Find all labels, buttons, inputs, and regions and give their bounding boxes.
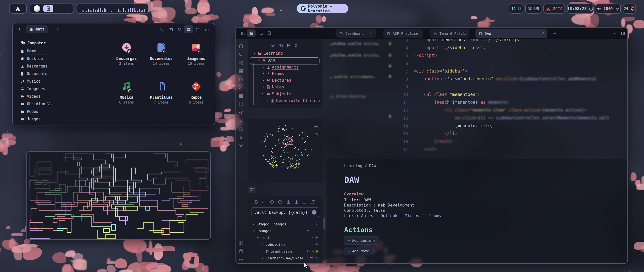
sidebar-resize-handle[interactable] [324,218,325,229]
git-upload-button[interactable] [285,199,291,205]
panel-left-icon-button[interactable] [239,29,247,37]
folder-item-imagenes[interactable]: Imagenes 10 items [180,41,213,65]
graph-gear-button[interactable] [313,123,319,129]
toolbar-folder-plus-button[interactable] [166,25,175,33]
tray-notifications[interactable]: 24 [623,4,636,14]
folder-item-descargas[interactable]: Descargas 2 items [110,41,143,65]
note-link-outlook[interactable]: Outlook [381,213,397,218]
explorer-sort-button[interactable] [285,42,291,48]
bookmark-icon-button[interactable] [266,29,273,37]
new-tab-button[interactable] [551,29,558,37]
explorer-item-lectures[interactable]: Lectures [262,78,291,83]
sidebar-item-imagenes[interactable]: Imagenes [20,87,45,91]
folder-item-musica[interactable]: Musica 6 items [110,80,143,104]
sidebar-item-desktop[interactable]: Desktop [20,56,43,61]
git-refresh-button[interactable] [310,199,316,205]
git-row-learning-daw-exams[interactable]: Learning/DAW/Exams [261,256,304,260]
explorer-folder-plus-button[interactable] [277,42,284,48]
ribbon-calendar-button[interactable] [238,76,244,82]
git-list-ul-button[interactable] [302,199,308,205]
tray-updates[interactable]: 11© [509,4,523,14]
sidebar-item-obsidianv[interactable]: Obsidian V… [20,102,52,106]
tray-weather[interactable]: 24°C [543,4,565,14]
tab-tema-6-pr-cticas-[interactable]: Tema 6 Prácticas -… [430,29,469,38]
note-button--add-note[interactable]: + Add Note [344,247,373,255]
ribbon-code-button[interactable] [238,110,244,116]
git-message-clear-button[interactable] [312,210,316,215]
sidebar-item-videos[interactable]: Videos [20,94,41,99]
explorer-item-daw[interactable]: DAW [257,58,275,63]
sidebar-item-descargas[interactable]: Descargas [20,64,47,69]
breadcrumb[interactable]: matt [26,25,48,33]
tab-list-chevron-button[interactable] [611,29,618,37]
note-title[interactable]: DAW [344,175,359,185]
git-row-root[interactable]: root [257,236,270,240]
git-row--obsidian[interactable]: .obsidian [261,243,285,247]
tray-keyboard-layout[interactable]: US [525,4,541,14]
note-button--add-lecture[interactable]: + Add Lecture [344,236,379,245]
ribbon-gear-button[interactable] [238,256,244,262]
git-panel-tab[interactable] [248,186,256,193]
search-icon-button[interactable] [258,29,265,37]
folder-item-juegos[interactable]: Juegos 8 items [215,41,215,65]
toolbar-dots-grid-button[interactable] [202,25,211,33]
note-link-aules[interactable]: Aules [361,213,373,218]
tab-daw[interactable]: DAW [475,29,547,38]
graph-view[interactable] [248,119,323,183]
toolbar-list-button[interactable] [193,25,202,33]
ribbon-home-button[interactable] [238,43,244,49]
document-app-icon[interactable] [43,5,53,12]
toolbar-terminal-button[interactable] [157,25,166,33]
note-breadcrumb[interactable]: Learning / DAW [344,164,376,168]
folder-item-documentos[interactable]: Documentos 14 items [145,41,178,65]
folder-item-repos[interactable]: Repos 6 items [180,80,213,104]
media-widget[interactable]: Polyphia - Neurotica [297,4,348,13]
folder-item-videos[interactable]: Videos 4 items [215,80,215,104]
sidebar-item-documentos[interactable]: Documentos [20,72,50,76]
back-button[interactable] [16,25,23,33]
git-row-changes[interactable]: Changes [252,229,271,233]
ribbon-search-button[interactable] [238,51,244,57]
sidebar-item-musica[interactable]: Musica [20,79,41,84]
note-link-microsoft-teams[interactable]: Microsoft Teams [405,213,441,218]
explorer-item-assignments[interactable]: Assignments [262,65,299,70]
sidebar-item-repos[interactable]: Repos [20,109,38,114]
folder-icon-button[interactable] [247,29,256,37]
forward-button[interactable] [54,25,62,33]
firefox-icon[interactable] [34,5,40,12]
git-row-graph-json[interactable]: graph.json [266,249,292,253]
explorer-pencil-square-button[interactable] [270,42,276,48]
git-check-button[interactable] [261,199,267,205]
git-up-circle-button[interactable] [253,199,259,205]
tab-asp-practice-6[interactable]: ASP Practice 6 [383,29,423,38]
explorer-collapse-button[interactable] [293,42,299,48]
split-layout-button[interactable] [619,29,626,37]
explorer-item-desarrollo-cliente[interactable]: Desarrollo-Cliente [266,98,320,103]
tab-close-button[interactable] [541,31,544,36]
ribbon-git-fork-button[interactable] [238,60,244,66]
git-commit-message-input[interactable] [252,208,319,217]
toolbar-grid-button[interactable] [184,25,193,33]
ribbon-gamepad-button[interactable] [238,118,244,124]
tray-volume[interactable]: 100% [596,4,621,14]
ribbon-layout-grid-button[interactable] [238,68,244,74]
sidebar-item-home[interactable]: Home [20,49,36,53]
launcher-button[interactable] [9,4,27,14]
tray-clock[interactable]: 18:08:28 [567,4,594,14]
ribbon-dollar-button[interactable] [238,134,244,141]
explorer-item-exams[interactable]: Exams [262,71,284,76]
git-download-tray-button[interactable] [294,199,300,205]
git-plus-circle-button[interactable] [269,199,275,205]
ribbon-panel-left-button[interactable] [238,240,244,246]
tab-dashboard[interactable]: Dashboard [336,29,376,38]
explorer-item-notes[interactable]: Notes [262,85,284,89]
explorer-item-learning[interactable]: Learning [253,51,283,56]
folder-item-plantillas[interactable]: Plantillas 7 items [145,80,178,104]
graph-crosshair-button[interactable] [313,132,319,138]
toolbar-search-button[interactable] [175,25,184,33]
ribbon-terminal-button[interactable] [238,85,244,91]
git-minus-circle-button[interactable] [277,199,283,205]
git-row-staged-changes[interactable]: Staged Changes [252,222,286,226]
ribbon-file-search-button[interactable] [238,126,244,132]
ribbon-book-open-button[interactable] [238,101,244,107]
